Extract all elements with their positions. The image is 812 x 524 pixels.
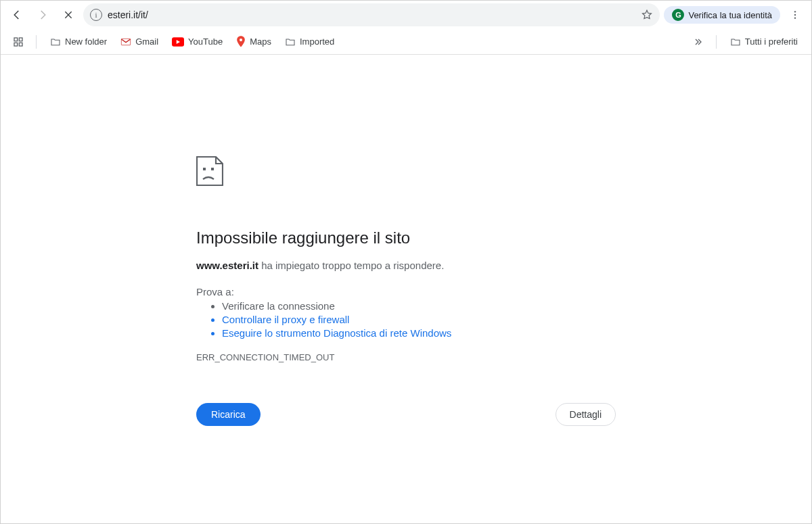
button-row: Ricarica Dettagli [196,403,616,426]
svg-point-1 [794,14,796,16]
bookmarks-bar: New folder Gmail YouTube Maps Imported T… [1,29,811,55]
details-button[interactable]: Dettagli [556,403,616,426]
suggestion-link-diagnostics[interactable]: Eseguire lo strumento Diagnostica di ret… [222,327,616,339]
bookmark-label: Imported [300,37,334,47]
folder-icon [730,37,741,47]
back-button[interactable] [6,4,28,26]
identity-chip[interactable]: G Verifica la tua identità [664,6,780,24]
bookmark-item-new-folder[interactable]: New folder [45,34,112,50]
svg-rect-6 [19,43,22,46]
svg-rect-4 [19,38,22,41]
suggestion-list: Verificare la connessione Controllare il… [196,300,616,339]
svg-rect-10 [203,168,206,170]
svg-point-0 [794,11,796,12]
bookmark-label: Maps [250,37,271,47]
sad-page-icon [196,156,245,205]
svg-rect-5 [14,43,18,46]
error-host: www.esteri.it [196,260,258,271]
all-bookmarks-button[interactable]: Tutti i preferiti [725,34,803,50]
browser-menu-button[interactable] [784,4,806,26]
error-page: Impossibile raggiungere il sito www.este… [196,55,616,426]
all-bookmarks-label: Tutti i preferiti [745,37,798,47]
try-label: Prova a: [196,286,616,297]
svg-rect-11 [211,168,214,170]
suggestion-item: Verificare la connessione [222,300,616,312]
identity-label: Verifica la tua identità [688,10,772,20]
svg-point-9 [240,39,242,41]
error-code: ERR_CONNECTION_TIMED_OUT [196,352,616,362]
maps-icon [236,36,246,48]
forward-button [32,4,53,26]
browser-toolbar: i esteri.it/it/ G Verifica la tua identi… [1,1,811,29]
error-message: www.esteri.it ha impiegato troppo tempo … [196,260,616,271]
bookmarks-overflow-button[interactable] [689,32,708,51]
svg-rect-3 [14,38,18,41]
profile-avatar-icon: G [672,9,684,21]
bookmark-item-youtube[interactable]: YouTube [166,34,228,49]
bookmark-label: Gmail [135,37,158,47]
bookmark-item-imported[interactable]: Imported [279,34,340,50]
separator [716,35,717,49]
suggestion-link-proxy[interactable]: Controllare il proxy e firewall [222,314,616,325]
bookmark-label: YouTube [188,37,223,47]
error-title: Impossibile raggiungere il sito [196,229,616,247]
error-message-suffix: ha impiegato troppo tempo a rispondere. [258,260,444,271]
folder-icon [50,37,61,47]
apps-grid-icon[interactable] [9,32,28,51]
url-text: esteri.it/it/ [108,9,635,20]
bookmark-label: New folder [65,37,107,47]
bookmark-star-icon[interactable] [641,9,653,21]
svg-point-2 [794,17,796,18]
site-info-icon[interactable]: i [90,9,102,21]
reload-button[interactable]: Ricarica [196,403,261,426]
address-bar[interactable]: i esteri.it/it/ [83,3,660,26]
stop-button[interactable] [58,4,79,26]
gmail-icon [120,37,131,47]
bookmark-item-gmail[interactable]: Gmail [115,34,164,50]
separator [36,35,37,49]
youtube-icon [172,37,184,47]
bookmark-item-maps[interactable]: Maps [231,33,277,51]
folder-icon [285,37,296,47]
